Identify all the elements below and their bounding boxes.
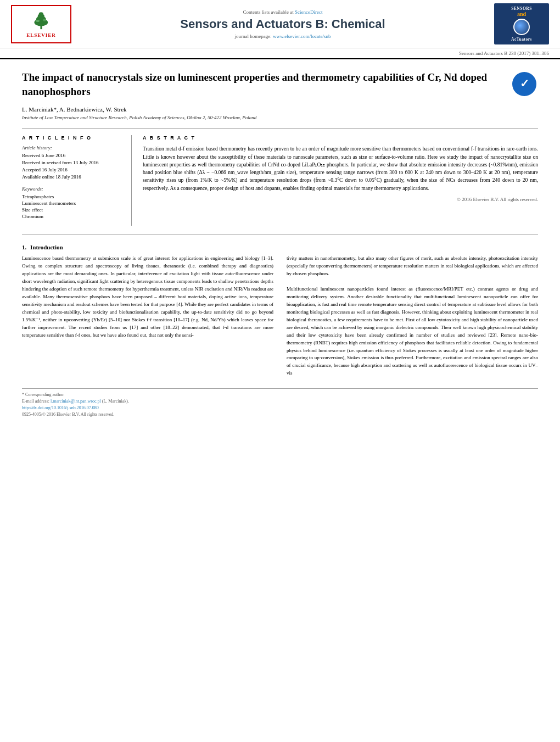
authors: L. Marciniak*, A. Bednarkiewicz, W. Stre… [22, 106, 538, 113]
section1-number: 1. [22, 244, 26, 250]
elsevier-tree-icon [26, 10, 57, 31]
footer: * Corresponding author. E-mail address: … [22, 388, 538, 417]
history-label: Article history: [22, 145, 122, 150]
journal-center: Contents lists available at ScienceDirec… [71, 9, 494, 39]
article-history-block: Article history: Received 6 June 2016 Re… [22, 145, 122, 180]
article-info-column: A R T I C L E I N F O Article history: R… [22, 135, 132, 226]
section1-heading: Introduction [30, 244, 63, 250]
svg-point-5 [36, 19, 40, 21]
body-col-right: tivity matters in nanothermometry, but a… [287, 255, 538, 377]
available-online-date: Available online 18 July 2016 [22, 174, 122, 180]
svg-point-6 [43, 19, 46, 21]
elsevier-label: ELSEVIER [26, 32, 56, 38]
email-label: E-mail address: [22, 399, 49, 404]
section-divider [22, 235, 538, 235]
citation-text: Sensors and Actuators B 238 (2017) 381–3… [459, 51, 549, 56]
journal-homepage: journal homepage: www.elsevier.com/locat… [82, 34, 483, 39]
abstract-column: A B S T R A C T Transition metal d-f emi… [143, 135, 538, 226]
main-content: The impact of nanocrystals size on lumin… [0, 59, 560, 429]
keyword-3: Size effect [22, 207, 122, 213]
keywords-label: Keywords: [22, 186, 122, 192]
keyword-1: Tetraphosphates [22, 194, 122, 199]
article-title-section: The impact of nanocrystals size on lumin… [22, 70, 538, 98]
received-revised-date: Received in revised form 13 July 2016 [22, 160, 122, 165]
received-date: Received 6 June 2016 [22, 153, 122, 158]
corresponding-note: * Corresponding author. [22, 392, 65, 397]
keyword-4: Chromium [22, 214, 122, 219]
footer-email: E-mail address: l.marciniak@int.pan.wroc… [22, 399, 538, 404]
article-info-abstract: A R T I C L E I N F O Article history: R… [22, 128, 538, 226]
email-link[interactable]: l.marciniak@int.pan.wroc.pl [51, 399, 101, 404]
accepted-date: Accepted 16 July 2016 [22, 167, 122, 172]
article-info-heading: A R T I C L E I N F O [22, 135, 122, 141]
footer-corresponding: * Corresponding author. [22, 392, 538, 397]
sensors-label: SENSORS [511, 6, 532, 11]
body-text-left: Luminescence based thermometry at submic… [22, 255, 273, 339]
article-title: The impact of nanocrystals size on lumin… [22, 70, 511, 98]
homepage-label: journal homepage: [235, 34, 272, 39]
body-col-left: Luminescence based thermometry at submic… [22, 255, 273, 377]
abstract-text: Transition metal d-f emission based ther… [143, 145, 538, 192]
body-text-right: tivity matters in nanothermometry, but a… [287, 255, 538, 377]
contents-line: Contents lists available at ScienceDirec… [82, 9, 483, 15]
crossmark-logo: ✓ [511, 70, 538, 98]
journal-header: ELSEVIER Contents lists available at Sci… [0, 0, 560, 48]
doi-link[interactable]: http://dx.doi.org/10.1016/j.snb.2016.07.… [22, 405, 99, 410]
copyright-line: © 2016 Elsevier B.V. All rights reserved… [143, 197, 538, 202]
email-person: (L. Marciniak). [102, 399, 129, 404]
affiliation: Institute of Low Temperature and Structu… [22, 115, 538, 120]
actuators-label: AcTuators [511, 37, 532, 42]
and-label: and [517, 11, 526, 17]
body-two-col: Luminescence based thermometry at submic… [22, 255, 538, 377]
sensors-logo-circle [513, 19, 530, 35]
sciencedirect-link[interactable]: ScienceDirect [295, 9, 322, 15]
section1-title: 1. Introduction [22, 244, 538, 250]
sensors-actuators-logo: SENSORS and AcTuators [494, 3, 549, 44]
elsevier-logo: ELSEVIER [11, 5, 71, 43]
citation-bar: Sensors and Actuators B 238 (2017) 381–3… [0, 48, 560, 59]
footer-issn: 0925-4005/© 2016 Elsevier B.V. All right… [22, 412, 538, 417]
authors-text: L. Marciniak*, A. Bednarkiewicz, W. Stre… [22, 106, 127, 113]
page: ELSEVIER Contents lists available at Sci… [0, 0, 560, 742]
svg-text:✓: ✓ [520, 77, 529, 90]
journal-title: Sensors and Actuators B: Chemical [82, 17, 483, 31]
homepage-url[interactable]: www.elsevier.com/locate/snb [273, 34, 331, 39]
contents-label: Contents lists available at [243, 9, 294, 15]
keywords-block: Keywords: Tetraphosphates Luminescent th… [22, 186, 122, 219]
keyword-2: Luminescent thermometers [22, 200, 122, 206]
svg-point-4 [38, 12, 43, 16]
keywords-list: Tetraphosphates Luminescent thermometers… [22, 194, 122, 219]
abstract-heading: A B S T R A C T [143, 135, 538, 141]
footer-doi: http://dx.doi.org/10.1016/j.snb.2016.07.… [22, 405, 538, 410]
